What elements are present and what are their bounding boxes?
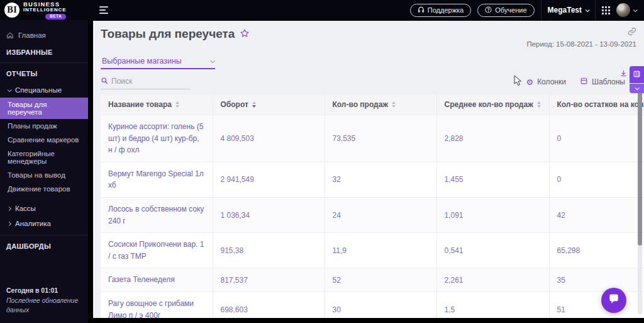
column-label: Оборот (221, 100, 248, 109)
cell-stock: 51 (549, 292, 644, 318)
chevron-right-icon (7, 206, 11, 210)
column-header-avg-sales[interactable]: Среднее кол-во продаж (436, 94, 549, 115)
cell-turnover: 698,603 (213, 292, 325, 318)
store-filter-select[interactable]: Выбранные магазины (101, 55, 215, 69)
sidebar-section-favorites[interactable]: ИЗБРАННЫЕ (0, 43, 88, 61)
sidebar-item-tovary-na-vyvod[interactable]: Товары на вывод (0, 168, 88, 182)
search-icon (101, 76, 108, 87)
product-name-link[interactable]: Сосиски Прикопчени вар. 1 / с газ ТМР (101, 233, 213, 268)
cell-stock: 35 (549, 268, 644, 292)
cell-sales: 32 (325, 162, 436, 197)
training-button[interactable]: Обучение (477, 4, 534, 17)
logo-line1: BUSINESS (23, 1, 60, 8)
support-button[interactable]: Поддержка (410, 4, 471, 17)
product-name-link[interactable]: Газета Теленеделя (101, 268, 213, 292)
product-name-link[interactable]: Лосось в собственном соку 240 г (101, 197, 213, 232)
chevron-down-icon (211, 59, 215, 63)
sidebar-item-dvizhenie-tovarov[interactable]: Движение товаров (0, 182, 88, 196)
link-icon[interactable] (628, 27, 636, 38)
favorite-star-icon[interactable] (240, 28, 250, 41)
sidebar-section-reports[interactable]: ОТЧЕТЫ (0, 64, 88, 82)
table-row: Сосиски Прикопчени вар. 1 / с газ ТМР 91… (101, 233, 644, 268)
sort-icon[interactable] (537, 101, 541, 108)
column-header-turnover[interactable]: Оборот (213, 94, 325, 115)
column-header-name[interactable]: Название товара (101, 94, 213, 115)
cell-avg-sales: 1,455 (436, 162, 549, 197)
cell-avg-sales: 2,261 (436, 268, 549, 292)
sidebar-item-sravnenie-markerov[interactable]: Сравнение маркеров (0, 133, 88, 147)
table-view-button[interactable] (630, 66, 644, 83)
cell-stock: 65,298 (549, 233, 644, 268)
sort-icon[interactable] (175, 101, 179, 108)
gear-icon: ⚙ (526, 78, 533, 86)
sidebar-item-plany-prodazh[interactable]: Планы продаж (0, 119, 88, 133)
topbar-separator (541, 0, 541, 20)
user-avatar-menu[interactable] (616, 3, 636, 17)
apps-grid-icon[interactable] (602, 6, 610, 14)
column-header-stock[interactable]: Кол-во остатков на конец периода (549, 94, 644, 115)
sidebar-group-analytics[interactable]: Аналитика (0, 216, 88, 231)
cell-avg-sales: 0,541 (436, 233, 549, 268)
download-icon[interactable] (619, 69, 628, 80)
product-name-link[interactable]: Рагу овощное с грибами Лимо п / э 400г (101, 292, 213, 318)
search-input[interactable] (111, 77, 184, 86)
column-label: Среднее кол-во продаж (445, 100, 533, 109)
sort-icon-active[interactable] (252, 101, 256, 108)
last-update-caption: Последнее обновление данных (6, 296, 88, 316)
chevron-right-icon (7, 221, 11, 225)
account-name: MegaTest (548, 6, 582, 14)
product-name-link[interactable]: Вермут Marengo Special 1л хб (101, 162, 213, 197)
table-header-row: Название товара Оборот Кол-во продаж Сре… (101, 94, 644, 115)
last-update-time: Сегодня в 01:01 (6, 286, 88, 296)
group-label: Специальные (15, 86, 62, 94)
toolbar: ⚙ Колонки Шаблоны (101, 76, 644, 89)
column-header-sales[interactable]: Кол-во продаж (325, 94, 436, 115)
chevron-down-icon (633, 8, 638, 12)
cell-sales: 52 (325, 268, 436, 292)
app-logo[interactable]: BI BUSINESS INTELLIGENCE BETA (0, 1, 93, 20)
sidebar-item-home[interactable]: Главная (0, 28, 88, 43)
widget-collapse-button[interactable] (630, 84, 644, 93)
beta-badge: BETA (45, 14, 66, 20)
sidebar: Главная ИЗБРАННЫЕ ОТЧЕТЫ Специальные Тов… (0, 20, 88, 323)
sidebar-item-label: Главная (18, 31, 46, 39)
cell-turnover: 2 941,549 (213, 162, 325, 197)
chevron-down-icon (635, 86, 640, 90)
column-label: Название товара (108, 100, 172, 109)
cell-turnover: 817,537 (213, 268, 325, 292)
logo-line2: INTELLIGENCE (23, 8, 66, 13)
sidebar-item-tovary-dlya-pereucheta[interactable]: Товары для переучета (0, 98, 88, 119)
sidebar-group-kassy[interactable]: Кассы (0, 201, 88, 216)
headset-icon (418, 6, 425, 14)
main-panel: Товары для переучета Период: 15-08-2021 … (93, 21, 644, 318)
sidebar-item-kategoriynye-menedzhery[interactable]: Категорийные менеджеры (0, 147, 88, 168)
vertical-scrollbar[interactable] (638, 83, 642, 314)
avatar (616, 3, 630, 17)
cell-stock: 0 (549, 115, 644, 162)
product-name-link[interactable]: Куриное ассорти: голень (5 шт) и бедро (… (101, 115, 213, 162)
sort-icon[interactable] (392, 101, 396, 108)
support-label: Поддержка (428, 6, 464, 14)
home-icon (6, 31, 14, 39)
period-label: Период: 15-08-2021 - 13-09-2021 (526, 40, 636, 48)
table-row: Куриное ассорти: голень (5 шт) и бедро (… (101, 115, 644, 162)
sidebar-section-dashboards[interactable]: ДАШБОРДЫ (0, 237, 88, 255)
period-block: Период: 15-08-2021 - 13-09-2021 (526, 27, 644, 48)
chat-button[interactable] (601, 288, 626, 313)
columns-button[interactable]: ⚙ Колонки (526, 77, 565, 86)
collapse-menu-icon[interactable] (99, 6, 108, 14)
logo-text: BUSINESS INTELLIGENCE BETA (23, 1, 66, 20)
training-label: Обучение (495, 6, 526, 14)
group-label: Кассы (15, 205, 36, 212)
cell-turnover: 915,38 (213, 233, 325, 268)
table-icon (633, 69, 641, 81)
cell-stock: 0 (549, 162, 644, 197)
templates-button[interactable]: Шаблоны (580, 77, 625, 87)
account-menu[interactable]: MegaTest (548, 6, 589, 14)
scrollbar-thumb[interactable] (638, 84, 642, 246)
sidebar-group-special[interactable]: Специальные (0, 82, 88, 98)
chat-icon (608, 293, 620, 308)
last-update-info: Сегодня в 01:01 Последнее обновление дан… (6, 286, 88, 315)
question-icon (485, 6, 492, 14)
cell-stock: 42 (549, 197, 644, 232)
